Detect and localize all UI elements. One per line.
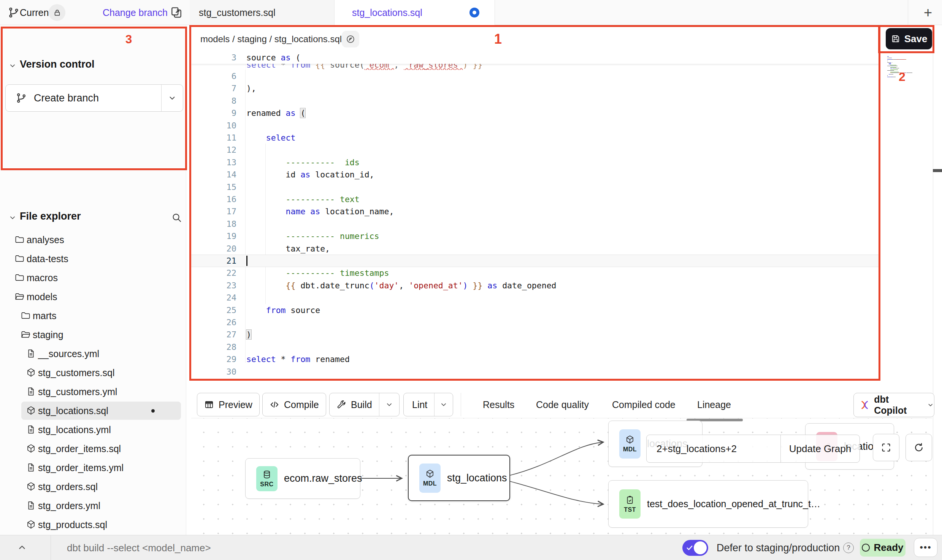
code-line-9: 9renamed as ( (191, 107, 880, 119)
search-icon[interactable] (171, 212, 182, 223)
code-editor[interactable]: 67),89renamed as (1011 select1213 ------… (191, 51, 880, 379)
editor-header: models / staging / stg_locations.sql (191, 27, 880, 51)
build-button[interactable]: Build (329, 393, 400, 416)
code-line-22: 22 ---------- timestamps (191, 267, 880, 279)
lint-button[interactable]: Lint (403, 393, 453, 416)
create-branch-button[interactable]: Create branch (5, 84, 183, 112)
chevron-down-icon[interactable] (8, 62, 17, 70)
file-name: stg_customers.yml (38, 382, 117, 401)
open-in-explorer-icon[interactable] (342, 31, 359, 47)
folder-icon (14, 253, 25, 264)
lineage-node-MDL-1[interactable]: MDLstg_locations (408, 455, 510, 501)
code-line-30: 30 (191, 365, 880, 378)
help-icon[interactable]: ? (843, 543, 854, 553)
code-line-14: 14 id as location_id, (191, 168, 880, 181)
file-tree-item-stg_customers-yml[interactable]: stg_customers.yml (0, 382, 186, 401)
code-line-24: 24 (191, 291, 880, 304)
panel-tab-results[interactable]: Results (483, 393, 514, 416)
save-button[interactable]: Save (886, 28, 932, 49)
sticky-scroll-line: 3source as ( (191, 51, 880, 64)
editor-tab-stg_locations-sql[interactable]: stg_locations.sql (335, 0, 495, 25)
unsaved-changes-dot (469, 8, 479, 17)
line-number: 15 (191, 181, 236, 193)
lineage-selector-input[interactable]: 2+stg_locations+2 (647, 435, 780, 462)
chevron-up-icon[interactable] (17, 542, 27, 553)
sidebar: Version control Create branch File explo… (0, 25, 186, 535)
file-name: stg_customers.sql (38, 363, 114, 382)
refresh-button[interactable] (906, 434, 932, 461)
file-tree-item-stg_locations-sql[interactable]: stg_locations.sql (0, 401, 186, 420)
line-number: 8 (191, 95, 236, 107)
file-tree-item-data-tests[interactable]: data-tests (0, 249, 186, 268)
check-icon (686, 544, 693, 552)
file-tree-item-marts[interactable]: marts (0, 306, 186, 325)
change-branch-link[interactable]: Change branch (103, 0, 168, 25)
update-graph-button[interactable]: Update Graph (780, 435, 860, 462)
file-tree-item-macros[interactable]: macros (0, 268, 186, 287)
file-tree-item-stg_orders-yml[interactable]: stg_orders.yml (0, 496, 186, 515)
status-bar: dbt build --select <model_name> Defer to… (0, 535, 942, 560)
create-branch-dropdown[interactable] (161, 85, 183, 111)
file-icon (26, 462, 36, 473)
code-line-19: 19 ---------- numerics (191, 230, 880, 242)
dbt-copilot-button[interactable]: dbt Copilot (853, 393, 934, 417)
build-dropdown[interactable] (379, 393, 399, 416)
toolbar-divider (461, 393, 461, 416)
breadcrumb: models / staging / stg_locations.sql (200, 27, 342, 51)
line-number: 19 (191, 230, 236, 242)
version-control-header[interactable]: Version control (20, 59, 95, 70)
file-icon (26, 348, 36, 359)
create-branch-label: Create branch (34, 92, 161, 104)
preview-button[interactable]: Preview (197, 393, 260, 416)
compile-button[interactable]: Compile (262, 393, 326, 416)
file-tree-item-staging[interactable]: staging (0, 325, 186, 344)
file-tree-item-stg_order_items-yml[interactable]: stg_order_items.yml (0, 458, 186, 477)
file-name: stg_locations.yml (38, 420, 111, 439)
new-tab-button[interactable]: + (919, 3, 937, 22)
SRC-badge: SRC (256, 466, 278, 491)
code-line-18: 18 (191, 218, 880, 230)
topbar-divider (908, 0, 908, 25)
copy-icon[interactable] (170, 6, 183, 19)
pane-resize-handle[interactable] (933, 169, 942, 172)
fullscreen-button[interactable] (873, 434, 899, 461)
code-icon (270, 400, 279, 410)
code-minimap[interactable] (887, 56, 918, 83)
file-explorer-header[interactable]: File explorer (20, 210, 81, 222)
code-line-21: 21 (191, 255, 880, 267)
dbt-copilot-icon (859, 399, 870, 411)
command-input[interactable]: dbt build --select <model_name> (67, 535, 211, 560)
lineage-canvas[interactable]: SRCecom.raw_storesMDLstg_locationsMDLloc… (191, 418, 932, 535)
node-label: ecom.raw_stores (284, 473, 362, 484)
file-tree-item-stg_locations-yml[interactable]: stg_locations.yml (0, 420, 186, 439)
unsaved-changes-dot (151, 409, 155, 413)
panel-tab-compiled-code[interactable]: Compiled code (612, 393, 676, 416)
panel-tab-lineage[interactable]: Lineage (697, 393, 731, 416)
line-number: 24 (191, 291, 236, 304)
file-tree-item-stg_customers-sql[interactable]: stg_customers.sql (0, 363, 186, 382)
line-number: 10 (191, 119, 236, 132)
file-tree-item-stg_orders-sql[interactable]: stg_orders.sql (0, 477, 186, 496)
ide-status-badge[interactable]: Ready (860, 539, 906, 557)
file-tree-item-analyses[interactable]: analyses (0, 230, 186, 249)
more-options-button[interactable]: ••• (914, 538, 937, 557)
lineage-node-SRC-0[interactable]: SRCecom.raw_stores (245, 458, 360, 499)
defer-toggle[interactable] (682, 540, 708, 556)
tab-label: stg_customers.sql (199, 7, 275, 18)
pane-divider (933, 25, 933, 535)
file-icon (26, 424, 36, 435)
file-tree-item-models[interactable]: models (0, 287, 186, 306)
file-tree-item-__sources-yml[interactable]: __sources.yml (0, 344, 186, 363)
git-branch-icon (16, 92, 27, 104)
file-name: stg_locations.sql (38, 401, 108, 420)
lineage-node-TST-4[interactable]: TSTtest_does_location_opened_at_trunc_t… (608, 480, 808, 528)
panel-tab-code-quality[interactable]: Code quality (536, 393, 589, 416)
file-icon (26, 500, 36, 511)
model-icon (26, 405, 36, 416)
chevron-down-icon[interactable] (8, 214, 17, 222)
editor-tab-stg_customers-sql[interactable]: stg_customers.sql (190, 0, 335, 25)
file-name: staging (33, 325, 63, 344)
lint-dropdown[interactable] (434, 393, 453, 416)
file-tree-item-stg_products-sql[interactable]: stg_products.sql (0, 515, 186, 534)
file-tree-item-stg_order_items-sql[interactable]: stg_order_items.sql (0, 439, 186, 458)
